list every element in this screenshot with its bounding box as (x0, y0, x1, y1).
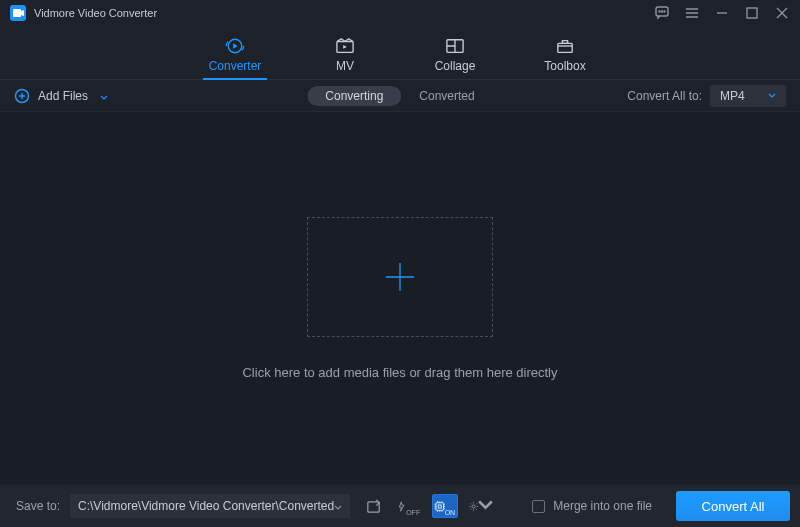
chevron-down-icon (477, 496, 494, 516)
bottom-bar: Save to: C:\Vidmore\Vidmore Video Conver… (0, 485, 800, 527)
nav-mv-label: MV (336, 59, 354, 73)
nav-toolbox-label: Toolbox (544, 59, 585, 73)
save-to-label: Save to: (16, 499, 60, 513)
svg-point-15 (472, 504, 475, 507)
maximize-icon[interactable] (744, 5, 760, 21)
speed-status: OFF (406, 509, 420, 516)
svg-point-2 (659, 11, 660, 12)
svg-point-3 (662, 11, 663, 12)
add-files-dropbox[interactable] (307, 217, 493, 337)
tab-converted[interactable]: Converted (401, 86, 492, 106)
selected-format: MP4 (720, 89, 745, 103)
menu-icon[interactable] (684, 5, 700, 21)
svg-rect-0 (13, 9, 21, 17)
merge-label: Merge into one file (553, 499, 652, 513)
chevron-down-icon (334, 499, 342, 513)
secondary-toolbar: Add Files Converting Converted Convert A… (0, 80, 800, 112)
convert-all-button[interactable]: Convert All (676, 491, 790, 521)
title-bar: Vidmore Video Converter (0, 0, 800, 26)
chevron-down-icon (100, 89, 108, 103)
settings-button[interactable] (468, 494, 494, 518)
open-folder-button[interactable] (360, 494, 386, 518)
nav-converter-label: Converter (209, 59, 262, 73)
svg-point-4 (664, 11, 665, 12)
save-path-select[interactable]: C:\Vidmore\Vidmore Video Converter\Conve… (70, 494, 350, 518)
app-logo-icon (10, 5, 26, 21)
minimize-icon[interactable] (714, 5, 730, 21)
plus-icon (380, 257, 420, 297)
tab-converting[interactable]: Converting (307, 86, 401, 106)
convert-all-to-label: Convert All to: (627, 89, 702, 103)
drop-area: Click here to add media files or drag th… (0, 112, 800, 484)
convert-all-to-group: Convert All to: MP4 (627, 85, 786, 107)
gpu-status: ON (445, 509, 456, 516)
svg-rect-13 (436, 502, 444, 510)
merge-checkbox[interactable]: Merge into one file (532, 499, 652, 513)
svg-rect-10 (562, 41, 567, 44)
svg-rect-12 (368, 501, 379, 511)
convert-all-button-label: Convert All (702, 499, 765, 514)
nav-converter[interactable]: Converter (205, 31, 265, 79)
status-tabs: Converting Converted (307, 86, 492, 106)
svg-rect-9 (558, 43, 572, 52)
nav-collage-label: Collage (435, 59, 476, 73)
save-path-value: C:\Vidmore\Vidmore Video Converter\Conve… (78, 499, 334, 513)
drop-instruction: Click here to add media files or drag th… (242, 365, 557, 380)
svg-rect-14 (438, 505, 441, 508)
svg-rect-5 (747, 8, 757, 18)
close-icon[interactable] (774, 5, 790, 21)
feedback-icon[interactable] (654, 5, 670, 21)
gpu-accel-toggle[interactable]: ON (432, 494, 458, 518)
nav-collage[interactable]: Collage (425, 31, 485, 79)
nav-toolbox[interactable]: Toolbox (535, 31, 595, 79)
add-files-button[interactable]: Add Files (14, 88, 108, 104)
main-nav: Converter MV Collage Toolbox (0, 26, 800, 80)
checkbox-icon (532, 500, 545, 513)
nav-mv[interactable]: MV (315, 31, 375, 79)
high-speed-toggle[interactable]: OFF (396, 494, 422, 518)
window-controls (654, 5, 790, 21)
app-title: Vidmore Video Converter (34, 7, 157, 19)
format-select[interactable]: MP4 (710, 85, 786, 107)
add-files-label: Add Files (38, 89, 88, 103)
